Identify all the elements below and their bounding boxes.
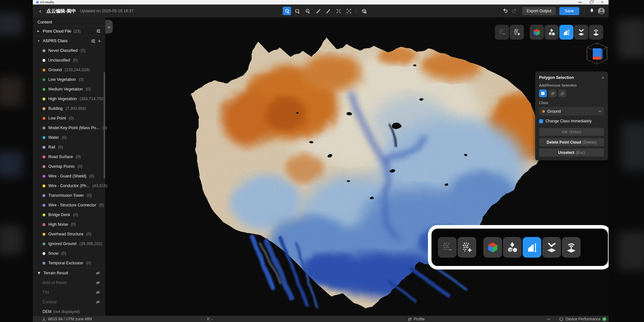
- intensity-color-mode-icon[interactable]: [589, 25, 603, 40]
- new-selection-button[interactable]: [539, 90, 547, 97]
- user-avatar[interactable]: [598, 8, 605, 14]
- add-points-icon: [458, 237, 476, 258]
- subtract-from-selection-button[interactable]: [558, 90, 566, 97]
- change-class-checkbox-row[interactable]: ✓ Change Class Immediately: [539, 119, 604, 123]
- collapse-arrow-icon[interactable]: ▼: [37, 40, 41, 43]
- class-list-item[interactable]: Transmission Tower (0): [33, 191, 105, 200]
- circle-selection-tool-icon[interactable]: [303, 7, 312, 15]
- screenshot-root: DJI Modify × ‹ 点云编辑-阆中 Updated on 2025-0…: [0, 0, 644, 322]
- class-list-item[interactable]: Bridge Deck (0): [33, 210, 105, 220]
- class-list-item[interactable]: Model Key-Point (Mass Po... (0): [33, 123, 105, 133]
- undo-icon[interactable]: [503, 8, 508, 14]
- add-points-icon[interactable]: [510, 25, 524, 40]
- class-list-item[interactable]: Water (0): [33, 133, 105, 142]
- point-shapes-mode-icon[interactable]: [545, 25, 559, 40]
- class-list-item[interactable]: Wire - Conductor (Ph... (43,819): [33, 181, 105, 191]
- class-list-item[interactable]: Ignored Ground (39,398,202): [33, 239, 105, 249]
- point-cloud-file-row[interactable]: ▶ Point Cloud File (23): [33, 26, 105, 36]
- class-count: (7,300,658): [65, 106, 86, 111]
- class-list-item[interactable]: Road Surface (0): [33, 152, 105, 162]
- visibility-off-icon[interactable]: [96, 290, 100, 295]
- class-list-item[interactable]: Wire - Structure Connector (0): [33, 200, 105, 210]
- class-list-item[interactable]: Wire - Guard (Shield) (0): [33, 171, 105, 181]
- chevron-down-icon: [547, 317, 550, 320]
- profile-toggle[interactable]: Profile: [408, 316, 425, 322]
- visibility-off-icon[interactable]: [96, 300, 100, 304]
- class-list-item[interactable]: Overlap Points (0): [33, 162, 105, 171]
- polygon-selection-tool-icon[interactable]: [283, 7, 291, 15]
- class-list-item[interactable]: Snow (0): [33, 249, 105, 258]
- panel-collapse-icon[interactable]: »: [602, 75, 604, 80]
- display-settings-icon[interactable]: [360, 7, 368, 15]
- expand-selection-tool-icon[interactable]: [334, 7, 343, 15]
- minimize-button[interactable]: [578, 2, 582, 2]
- rectangle-selection-tool-icon[interactable]: [293, 7, 301, 15]
- crs-indicator[interactable]: WGS 84 / UTM zone 48N: [42, 316, 92, 322]
- class-list-item[interactable]: Unclassified (0): [33, 55, 105, 65]
- view-orientation-gizmo[interactable]: [584, 41, 609, 67]
- class-color-dot: [43, 146, 45, 149]
- render-mode-toolbar: [495, 25, 603, 40]
- rgb-color-mode-icon[interactable]: [530, 25, 544, 40]
- class-list-item[interactable]: Low Vegetation (0): [33, 75, 105, 84]
- statusbar-expand[interactable]: [547, 316, 550, 322]
- focus-selection-tool-icon[interactable]: [345, 7, 353, 15]
- class-count: (0): [73, 58, 78, 62]
- ok-button[interactable]: OK(Enter): [539, 128, 604, 136]
- terrain-sub-label: TIN: [43, 290, 96, 295]
- classification-color-mode-icon[interactable]: [574, 25, 588, 40]
- terrain-result-row[interactable]: ▼ Terrain Result: [33, 268, 105, 278]
- class-list-item[interactable]: Medium Vegetation (0): [33, 84, 105, 94]
- point-cloud-file-count: (23): [73, 29, 80, 33]
- add-class-icon[interactable]: +: [98, 39, 101, 43]
- close-button[interactable]: ×: [601, 1, 603, 4]
- class-dropdown[interactable]: Ground: [539, 107, 604, 116]
- class-color-dot: [43, 233, 45, 236]
- filter-sliders-icon[interactable]: [96, 29, 101, 33]
- terrain-sub-item[interactable]: Grid of Points: [33, 278, 105, 288]
- dem-note: (not displayed): [53, 309, 80, 314]
- sidebar-collapse-button[interactable]: «: [105, 20, 113, 33]
- class-count: (0): [73, 213, 78, 217]
- class-list-item[interactable]: Overhead Structure (0): [33, 229, 105, 239]
- asprs-class-row[interactable]: ▼ ASPRS Class +: [33, 36, 105, 46]
- class-list-item[interactable]: Low Point (0): [33, 113, 105, 123]
- class-color-dot: [43, 213, 45, 216]
- delete-point-cloud-button[interactable]: Delete Point Cloud(Delete): [539, 138, 604, 146]
- class-list-item[interactable]: High Noise (0): [33, 220, 105, 229]
- collapse-arrow-icon[interactable]: ▼: [37, 271, 41, 275]
- notifications-bell-icon[interactable]: [589, 8, 594, 14]
- export-output-button[interactable]: Export Output: [522, 7, 555, 15]
- class-list-item[interactable]: Rail (0): [33, 142, 105, 152]
- terrain-sub-item[interactable]: Contour: [33, 297, 105, 307]
- class-list-item[interactable]: High Vegetation (383,714,702): [33, 94, 105, 104]
- add-to-selection-button[interactable]: [549, 90, 556, 97]
- dem-row[interactable]: DEM (not displayed): [33, 307, 105, 317]
- device-performance[interactable]: Device Performance ✓: [559, 316, 606, 322]
- unselect-button[interactable]: Unselect(Esc): [539, 148, 604, 156]
- brush-tool-icon[interactable]: [314, 7, 322, 15]
- point-cloud-viewport[interactable]: Polygon Selection » Add/Remove Selection…: [105, 17, 609, 316]
- visibility-off-icon[interactable]: [96, 271, 100, 275]
- pen-tool-icon[interactable]: [324, 7, 332, 15]
- sidebar-scrollbar[interactable]: [104, 72, 105, 178]
- checkbox-checked[interactable]: ✓: [539, 119, 543, 123]
- class-color-dot: [43, 59, 45, 62]
- restore-button[interactable]: [590, 1, 592, 4]
- class-label: Wire - Conductor (Ph...: [48, 184, 90, 188]
- elevation-color-mode-icon[interactable]: [559, 25, 573, 40]
- class-label: Low Vegetation: [48, 77, 76, 82]
- expand-arrow-icon[interactable]: ▶: [37, 30, 41, 33]
- class-list-item[interactable]: Temporal Exclusion (0): [33, 258, 105, 268]
- class-color-dot: [43, 194, 45, 197]
- back-button[interactable]: ‹: [37, 5, 43, 17]
- remove-points-icon[interactable]: [495, 25, 509, 40]
- class-list-item[interactable]: Building (7,300,658): [33, 104, 105, 113]
- class-list-item[interactable]: Ground (133,244,329): [33, 65, 105, 75]
- save-button[interactable]: Save: [559, 7, 580, 15]
- class-label: Ground: [48, 68, 62, 72]
- class-filter-icon[interactable]: [91, 39, 96, 43]
- class-list-item[interactable]: Never Classified (0): [33, 46, 105, 55]
- visibility-off-icon[interactable]: [96, 280, 100, 285]
- terrain-sub-item[interactable]: TIN: [33, 288, 105, 297]
